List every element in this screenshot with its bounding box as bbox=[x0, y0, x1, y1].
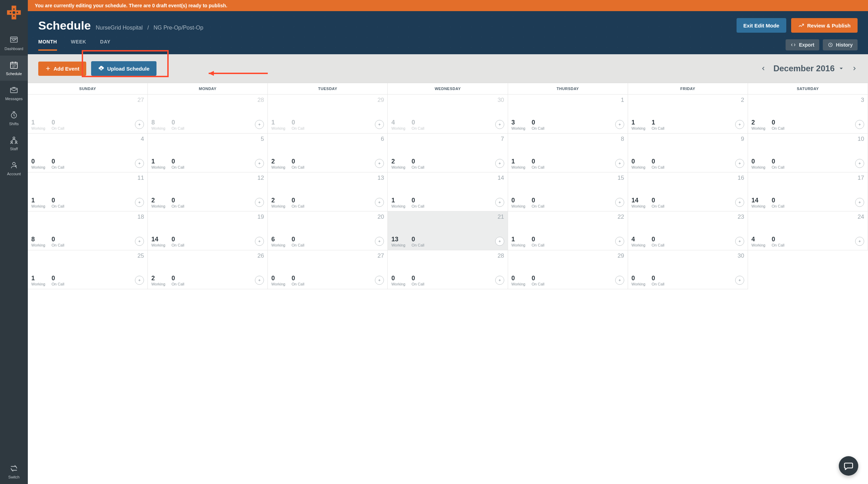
calendar-cell[interactable]: 18 8Working 0On Call bbox=[28, 211, 148, 250]
month-label[interactable]: December 2016 bbox=[773, 64, 844, 73]
calendar-cell[interactable]: 12 2Working 0On Call bbox=[148, 172, 268, 211]
add-button[interactable] bbox=[495, 276, 504, 285]
add-button[interactable] bbox=[135, 120, 144, 129]
add-button[interactable] bbox=[615, 159, 624, 168]
add-button[interactable] bbox=[615, 237, 624, 246]
calendar-cell[interactable]: 28 8Working 0On Call bbox=[148, 95, 268, 134]
add-button[interactable] bbox=[615, 120, 624, 129]
calendar-cell[interactable]: 14 1Working 0On Call bbox=[388, 172, 508, 211]
date-number: 8 bbox=[512, 136, 624, 143]
add-button[interactable] bbox=[135, 237, 144, 246]
calendar-cell[interactable]: 27 1Working 0On Call bbox=[28, 95, 148, 134]
add-button[interactable] bbox=[735, 120, 744, 129]
add-button[interactable] bbox=[615, 276, 624, 285]
date-number: 16 bbox=[632, 175, 744, 182]
calendar-cell[interactable]: 13 2Working 0On Call bbox=[268, 172, 388, 211]
calendar-cell[interactable]: 21 13Working 0On Call bbox=[388, 211, 508, 250]
nav-label: Schedule bbox=[6, 72, 22, 76]
working-count: 1 bbox=[632, 119, 645, 126]
calendar-cell[interactable]: 10 0Working 0On Call bbox=[748, 134, 868, 172]
calendar-cell[interactable]: 4 0Working 0On Call bbox=[28, 134, 148, 172]
tab-day[interactable]: DAY bbox=[100, 39, 111, 51]
calendar-cell[interactable]: 11 1Working 0On Call bbox=[28, 172, 148, 211]
calendar-cell[interactable]: 17 14Working 0On Call bbox=[748, 172, 868, 211]
calendar-cell[interactable]: 30 4Working 0On Call bbox=[388, 95, 508, 134]
upload-schedule-button[interactable]: Upload Schedule bbox=[91, 61, 156, 76]
oncall-count: 0 bbox=[291, 197, 304, 204]
calendar-cell[interactable]: 5 1Working 0On Call bbox=[148, 134, 268, 172]
nav-staff[interactable]: Staff bbox=[0, 131, 28, 156]
calendar-cell[interactable]: 8 1Working 0On Call bbox=[508, 134, 628, 172]
calendar-cell[interactable]: 2 1Working 1On Call bbox=[628, 95, 748, 134]
nav-account[interactable]: Account bbox=[0, 156, 28, 181]
date-number: 28 bbox=[151, 97, 264, 104]
history-icon bbox=[828, 42, 833, 48]
tab-week[interactable]: WEEK bbox=[71, 39, 86, 51]
calendar-cell[interactable]: 29 1Working 0On Call bbox=[268, 95, 388, 134]
calendar-cell[interactable]: 25 1Working 0On Call bbox=[28, 250, 148, 289]
calendar-cell[interactable]: 16 14Working 0On Call bbox=[628, 172, 748, 211]
tab-month[interactable]: MONTH bbox=[38, 39, 57, 51]
oncall-count: 0 bbox=[51, 275, 64, 282]
oncall-label: On Call bbox=[171, 243, 184, 247]
review-publish-button[interactable]: Review & Publish bbox=[791, 18, 858, 33]
calendar-cell[interactable]: 23 4Working 0On Call bbox=[628, 211, 748, 250]
nav-dashboard[interactable]: Dashboard bbox=[0, 31, 28, 56]
sidebar: Dashboard 17 Schedule Messages Shifts St… bbox=[0, 0, 28, 484]
add-button[interactable] bbox=[855, 198, 864, 207]
add-button[interactable] bbox=[135, 159, 144, 168]
working-count: 1 bbox=[31, 197, 45, 204]
calendar-cell[interactable]: 29 0Working 0On Call bbox=[508, 250, 628, 289]
add-button[interactable] bbox=[495, 159, 504, 168]
calendar-cell[interactable]: 6 2Working 0On Call bbox=[268, 134, 388, 172]
nav-switch[interactable]: Switch bbox=[0, 459, 28, 484]
add-button[interactable] bbox=[495, 237, 504, 246]
next-month-icon[interactable] bbox=[851, 65, 858, 72]
add-button[interactable] bbox=[735, 237, 744, 246]
calendar-cell[interactable]: 20 6Working 0On Call bbox=[268, 211, 388, 250]
chat-fab[interactable] bbox=[839, 456, 858, 476]
calendar-cell[interactable]: 1 3Working 0On Call bbox=[508, 95, 628, 134]
calendar-cell[interactable]: 15 0Working 0On Call bbox=[508, 172, 628, 211]
calendar-cell[interactable]: 26 2Working 0On Call bbox=[148, 250, 268, 289]
oncall-count: 0 bbox=[171, 119, 184, 126]
date-number: 20 bbox=[271, 213, 384, 220]
nav-shifts[interactable]: Shifts bbox=[0, 106, 28, 131]
add-button[interactable] bbox=[855, 159, 864, 168]
prev-month-icon[interactable] bbox=[760, 65, 766, 72]
calendar-cell[interactable]: 24 4Working 0On Call bbox=[748, 211, 868, 250]
exit-edit-button[interactable]: Exit Edit Mode bbox=[737, 18, 786, 33]
calendar-cell[interactable]: 9 0Working 0On Call bbox=[628, 134, 748, 172]
nav-schedule[interactable]: 17 Schedule bbox=[0, 56, 28, 81]
add-button[interactable] bbox=[855, 120, 864, 129]
nav-messages[interactable]: Messages bbox=[0, 81, 28, 106]
plus-icon bbox=[137, 161, 142, 166]
cell-stats: 0Working 0On Call bbox=[512, 275, 624, 286]
add-event-button[interactable]: Add Event bbox=[38, 62, 86, 76]
working-count: 4 bbox=[752, 236, 765, 243]
calendar: SUNDAYMONDAYTUESDAYWEDNESDAYTHURSDAYFRID… bbox=[28, 83, 868, 484]
add-button[interactable] bbox=[135, 198, 144, 207]
oncall-count: 0 bbox=[171, 158, 184, 165]
day-header: THURSDAY bbox=[508, 83, 628, 95]
add-button[interactable] bbox=[615, 198, 624, 207]
export-button[interactable]: Export bbox=[786, 39, 819, 50]
working-count: 3 bbox=[512, 119, 525, 126]
add-button[interactable] bbox=[735, 276, 744, 285]
add-button[interactable] bbox=[735, 159, 744, 168]
calendar-cell[interactable]: 7 2Working 0On Call bbox=[388, 134, 508, 172]
calendar-cell[interactable]: 30 0Working 0On Call bbox=[628, 250, 748, 289]
calendar-cell[interactable]: 27 0Working 0On Call bbox=[268, 250, 388, 289]
add-button[interactable] bbox=[495, 120, 504, 129]
add-button[interactable] bbox=[735, 198, 744, 207]
calendar-cell[interactable]: 3 2Working 0On Call bbox=[748, 95, 868, 134]
date-number: 7 bbox=[391, 136, 504, 143]
add-button[interactable] bbox=[135, 276, 144, 285]
history-button[interactable]: History bbox=[823, 39, 858, 50]
calendar-cell[interactable]: 19 14Working 0On Call bbox=[148, 211, 268, 250]
calendar-cell[interactable]: 28 0Working 0On Call bbox=[388, 250, 508, 289]
calendar-cell[interactable]: 22 1Working 0On Call bbox=[508, 211, 628, 250]
cell-stats: 2Working 0On Call bbox=[271, 158, 384, 169]
add-button[interactable] bbox=[855, 237, 864, 246]
add-button[interactable] bbox=[495, 198, 504, 207]
